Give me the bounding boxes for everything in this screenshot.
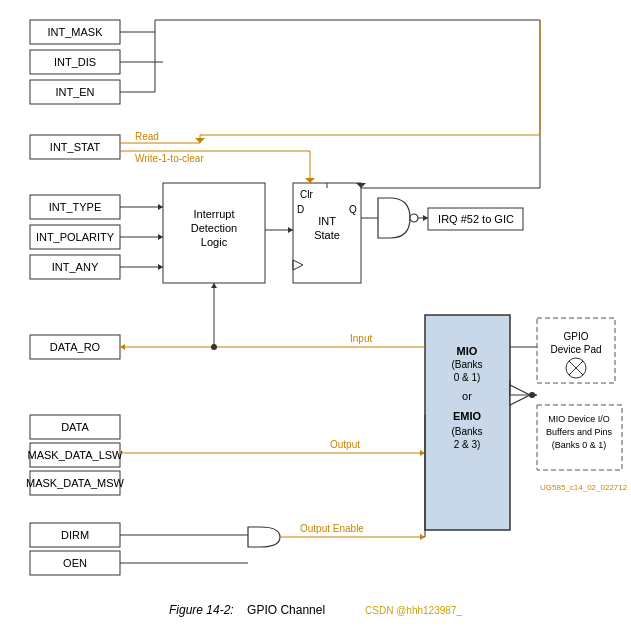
svg-text:GPIO: GPIO: [563, 331, 588, 342]
svg-text:Write-1-to-clear: Write-1-to-clear: [135, 153, 204, 164]
svg-text:IRQ #52 to GIC: IRQ #52 to GIC: [438, 213, 514, 225]
svg-text:Interrupt: Interrupt: [194, 208, 235, 220]
svg-text:(Banks: (Banks: [451, 426, 482, 437]
svg-text:D: D: [297, 204, 304, 215]
svg-text:INT: INT: [318, 215, 336, 227]
svg-text:(Banks 0 & 1): (Banks 0 & 1): [552, 440, 607, 450]
svg-text:MIO: MIO: [457, 345, 478, 357]
svg-text:Buffers and Pins: Buffers and Pins: [546, 427, 612, 437]
svg-text:INT_DIS: INT_DIS: [54, 56, 96, 68]
svg-text:INT_STAT: INT_STAT: [50, 141, 101, 153]
svg-text:OEN: OEN: [63, 557, 87, 569]
svg-text:INT_MASK: INT_MASK: [47, 26, 103, 38]
svg-text:Read: Read: [135, 131, 159, 142]
svg-text:INT_POLARITY: INT_POLARITY: [36, 231, 115, 243]
svg-text:2 & 3): 2 & 3): [454, 439, 481, 450]
svg-text:Output: Output: [330, 439, 360, 450]
svg-text:or: or: [462, 390, 472, 402]
svg-text:(Banks: (Banks: [451, 359, 482, 370]
svg-text:State: State: [314, 229, 340, 241]
figure-title: GPIO Channel: [247, 603, 325, 617]
svg-text:INT_ANY: INT_ANY: [52, 261, 99, 273]
diagram-container: INT_MASK INT_DIS INT_EN INT_STAT INT_TYP…: [0, 0, 631, 629]
svg-text:DIRM: DIRM: [61, 529, 89, 541]
svg-text:DATA: DATA: [61, 421, 89, 433]
svg-text:Device Pad: Device Pad: [550, 344, 601, 355]
svg-text:MASK_DATA_MSW: MASK_DATA_MSW: [26, 477, 125, 489]
svg-text:EMIO: EMIO: [453, 410, 482, 422]
figure-label: Figure 14-2:: [169, 603, 234, 617]
svg-point-94: [211, 344, 217, 350]
svg-text:Input: Input: [350, 333, 372, 344]
csdn-watermark: CSDN @hhh123987_: [365, 605, 462, 616]
svg-text:Logic: Logic: [201, 236, 228, 248]
svg-text:Clr: Clr: [300, 189, 313, 200]
svg-text:DATA_RO: DATA_RO: [50, 341, 101, 353]
svg-text:Output Enable: Output Enable: [300, 523, 364, 534]
svg-text:0 & 1): 0 & 1): [454, 372, 481, 383]
svg-text:Q: Q: [349, 204, 357, 215]
svg-text:INT_TYPE: INT_TYPE: [49, 201, 102, 213]
svg-text:Detection: Detection: [191, 222, 237, 234]
svg-text:MIO Device I/O: MIO Device I/O: [548, 414, 610, 424]
circuit-diagram: INT_MASK INT_DIS INT_EN INT_STAT INT_TYP…: [0, 0, 631, 629]
svg-text:MASK_DATA_LSW: MASK_DATA_LSW: [28, 449, 124, 461]
svg-text:UG585_c14_02_022712: UG585_c14_02_022712: [540, 483, 628, 492]
svg-text:INT_EN: INT_EN: [55, 86, 94, 98]
svg-point-26: [410, 214, 418, 222]
figure-caption: Figure 14-2: GPIO Channel CSDN @hhh12398…: [169, 603, 462, 617]
